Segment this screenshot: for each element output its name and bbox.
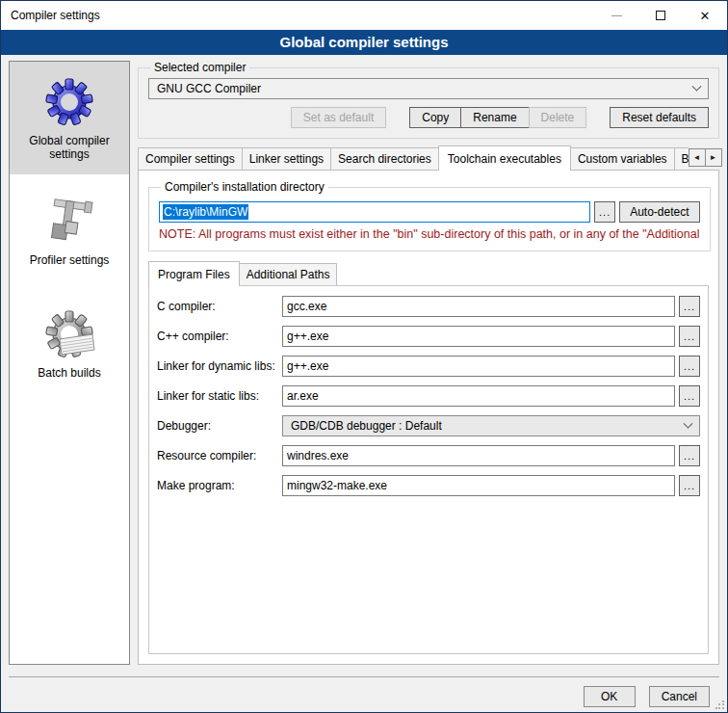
resource-compiler-label: Resource compiler:	[157, 449, 282, 462]
ok-button[interactable]: OK	[584, 686, 636, 707]
resource-compiler-input[interactable]	[282, 445, 675, 466]
make-program-browse-button[interactable]: ...	[679, 475, 700, 496]
sidebar-item-profiler-settings[interactable]: Profiler settings	[10, 174, 129, 287]
browse-directory-button[interactable]: ...	[594, 201, 615, 223]
debugger-select-value: GDB/CDB debugger : Default	[291, 419, 442, 433]
dynamic-linker-input[interactable]	[282, 356, 675, 377]
sidebar-item-global-compiler-settings[interactable]: Global compiler settings	[10, 62, 129, 174]
close-icon: ✕	[700, 10, 711, 22]
cpp-compiler-browse-button[interactable]: ...	[679, 326, 700, 347]
tab-build-options[interactable]: Build options	[674, 147, 689, 170]
c-compiler-input[interactable]	[282, 296, 675, 317]
make-program-row: Make program: ...	[157, 475, 700, 496]
close-button[interactable]: ✕	[683, 1, 727, 30]
compiler-tabs: Compiler settings Linker settings Search…	[138, 145, 719, 170]
set-as-default-button[interactable]: Set as default	[291, 107, 386, 128]
static-linker-row: Linker for static libs: ...	[157, 385, 700, 407]
static-linker-browse-button[interactable]: ...	[679, 385, 700, 407]
cpp-compiler-input[interactable]	[282, 326, 675, 347]
chevron-down-icon	[684, 418, 693, 428]
debugger-select[interactable]: GDB/CDB debugger : Default	[282, 415, 700, 436]
installation-directory-group: Compiler's installation directory C:\ray…	[148, 180, 711, 251]
resource-compiler-browse-button[interactable]: ...	[679, 445, 700, 466]
maximize-icon	[656, 11, 665, 20]
blue-gear-icon	[40, 75, 98, 129]
page-title: Global compiler settings	[1, 30, 727, 55]
sidebar-item-label: Global compiler settings	[10, 134, 129, 162]
tab-program-files[interactable]: Program Files	[148, 261, 240, 286]
maximize-button[interactable]	[638, 1, 683, 30]
static-linker-input[interactable]	[282, 385, 675, 407]
resize-grip[interactable]	[715, 700, 725, 710]
cpp-compiler-row: C++ compiler: ...	[157, 326, 700, 347]
arrow-left-icon: ◄	[693, 153, 701, 162]
program-files-panel: C compiler: ... C++ compiler: ... Linker…	[148, 285, 709, 654]
sidebar-item-label: Profiler settings	[26, 253, 114, 267]
delete-button[interactable]: Delete	[529, 107, 587, 128]
make-program-label: Make program:	[157, 479, 282, 492]
auto-detect-button[interactable]: Auto-detect	[619, 201, 699, 223]
c-compiler-label: C compiler:	[157, 300, 282, 313]
gray-gear-papers-icon	[40, 307, 98, 361]
installation-directory-group-label: Compiler's installation directory	[161, 180, 328, 194]
settings-category-list: Global compiler settings Profiler settin…	[9, 61, 130, 665]
make-program-input[interactable]	[282, 475, 675, 496]
reset-defaults-button[interactable]: Reset defaults	[610, 107, 709, 128]
resource-compiler-row: Resource compiler: ...	[157, 445, 700, 466]
tab-compiler-settings[interactable]: Compiler settings	[138, 147, 243, 170]
tab-scroll-left-button[interactable]: ◄	[689, 148, 706, 167]
sidebar-item-label: Batch builds	[34, 366, 104, 380]
c-compiler-browse-button[interactable]: ...	[679, 296, 700, 317]
dynamic-linker-label: Linker for dynamic libs:	[157, 359, 282, 373]
compiler-select[interactable]: GNU GCC Compiler	[148, 78, 709, 99]
program-files-notebook: Program Files Additional Paths C compile…	[148, 261, 709, 654]
c-compiler-row: C compiler: ...	[157, 296, 700, 317]
window-title: Compiler settings	[1, 9, 100, 22]
compiler-settings-dialog: Compiler settings ✕ Global compiler sett…	[0, 0, 728, 713]
dialog-footer: OK Cancel	[9, 676, 719, 707]
dynamic-linker-row: Linker for dynamic libs: ...	[157, 356, 700, 377]
minimize-icon	[611, 15, 622, 16]
tab-search-directories[interactable]: Search directories	[330, 147, 439, 170]
installation-directory-input[interactable]: C:\raylib\MinGW	[159, 201, 590, 223]
selected-compiler-group-label: Selected compiler	[150, 61, 249, 74]
dynamic-linker-browse-button[interactable]: ...	[679, 356, 700, 377]
caliper-icon	[40, 195, 98, 249]
titlebar[interactable]: Compiler settings ✕	[1, 1, 727, 30]
chevron-down-icon	[692, 81, 702, 91]
window-controls: ✕	[594, 1, 727, 30]
installation-directory-value: C:\raylib\MinGW	[163, 204, 248, 220]
arrow-right-icon: ►	[710, 153, 717, 162]
cancel-button[interactable]: Cancel	[649, 686, 710, 707]
debugger-row: Debugger: GDB/CDB debugger : Default	[157, 415, 700, 436]
rename-button[interactable]: Rename	[460, 107, 529, 128]
sidebar-item-batch-builds[interactable]: Batch builds	[10, 287, 129, 400]
tab-linker-settings[interactable]: Linker settings	[242, 147, 331, 170]
toolchain-executables-page: Compiler's installation directory C:\ray…	[138, 170, 719, 665]
minimize-button[interactable]	[594, 1, 638, 30]
static-linker-label: Linker for static libs:	[157, 389, 282, 403]
selected-compiler-group: Selected compiler GNU GCC Compiler Set a…	[138, 61, 719, 139]
tab-toolchain-executables[interactable]: Toolchain executables	[438, 145, 571, 171]
bin-subdirectory-note: NOTE: All programs must exist either in …	[159, 227, 700, 241]
debugger-label: Debugger:	[157, 419, 282, 433]
compiler-select-value: GNU GCC Compiler	[157, 82, 261, 95]
tab-additional-paths[interactable]: Additional Paths	[239, 263, 338, 285]
cpp-compiler-label: C++ compiler:	[157, 330, 282, 343]
tab-scroll-right-button[interactable]: ►	[705, 148, 722, 167]
copy-button[interactable]: Copy	[409, 107, 461, 128]
tab-custom-variables[interactable]: Custom variables	[570, 147, 675, 170]
